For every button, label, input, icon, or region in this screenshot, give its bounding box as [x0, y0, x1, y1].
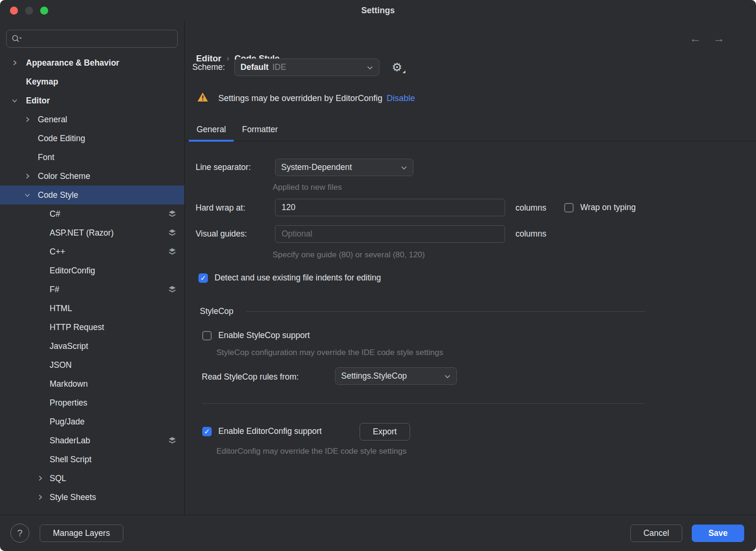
visual-guides-hint: Specify one guide (80) or several (80, 1…	[273, 250, 425, 260]
sidebar-item-label: Markdown	[50, 379, 88, 389]
sidebar-item-shell-script[interactable]: Shell Script	[0, 450, 184, 469]
main-panel: Editor › Code Style ← → Scheme: Default …	[185, 21, 756, 515]
sidebar-item-pug-jade[interactable]: Pug/Jade	[0, 412, 184, 431]
chevron-down-icon[interactable]	[24, 192, 31, 198]
cancel-button[interactable]: Cancel	[630, 525, 682, 542]
sidebar-item-label: HTTP Request	[50, 322, 104, 332]
sidebar-item-keymap[interactable]: Keymap	[0, 72, 184, 91]
tab-formatter[interactable]: Formatter	[234, 119, 286, 141]
search-field[interactable]	[6, 30, 178, 48]
chevron-down-icon	[438, 371, 451, 381]
chevron-right-icon[interactable]	[37, 494, 43, 500]
sidebar-item-shaderlab[interactable]: ShaderLab	[0, 431, 184, 450]
sidebar-item-editorconfig[interactable]: EditorConfig	[0, 261, 184, 280]
sidebar-item-markdown[interactable]: Markdown	[0, 374, 184, 393]
editorconfig-hint: EditorConfig may override the IDE code s…	[216, 447, 407, 456]
sidebar-item-label: SQL	[50, 474, 66, 483]
search-input[interactable]	[25, 34, 173, 43]
sidebar-item-label: EditorConfig	[50, 266, 95, 276]
sidebar-item-c[interactable]: C#	[0, 204, 184, 223]
dialog-footer: ? Manage Layers Cancel Save	[0, 515, 756, 551]
sidebar-item-code-editing[interactable]: Code Editing	[0, 129, 184, 148]
sidebar-item-label: Font	[38, 153, 54, 162]
forward-arrow-icon[interactable]: →	[713, 32, 725, 45]
chevron-right-icon[interactable]	[24, 116, 31, 123]
gear-icon[interactable]: ⚙	[392, 61, 402, 73]
enable-stylecop-checkbox[interactable]	[202, 331, 212, 340]
hard-wrap-input[interactable]	[275, 199, 505, 216]
sidebar-item-label: Shell Script	[50, 455, 92, 465]
sidebar-item-http-request[interactable]: HTTP Request	[0, 318, 184, 337]
sidebar-item-color-scheme[interactable]: Color Scheme	[0, 167, 184, 186]
enable-stylecop-label: Enable StyleCop support	[218, 331, 310, 340]
scheme-dropdown[interactable]: Default IDE	[234, 59, 379, 76]
stylecop-group-rule	[246, 311, 645, 312]
tab-general[interactable]: General	[189, 119, 234, 141]
sidebar-item-label: JavaScript	[50, 341, 88, 351]
sidebar-item-c[interactable]: C++	[0, 242, 184, 261]
chevron-down-icon	[395, 162, 407, 172]
stylecop-group-title: StyleCop	[200, 306, 233, 316]
sidebar-item-label: HTML	[50, 304, 72, 314]
sidebar-item-font[interactable]: Font	[0, 148, 184, 167]
scheme-label: Scheme:	[192, 62, 225, 72]
chevron-right-icon[interactable]	[37, 475, 43, 482]
sidebar-item-code-style[interactable]: Code Style	[0, 186, 184, 204]
enable-editorconfig-checkbox[interactable]: ✓	[202, 427, 212, 436]
sidebar-item-properties[interactable]: Properties	[0, 393, 184, 412]
sidebar-item-label: C#	[50, 209, 60, 219]
window-title: Settings	[0, 0, 756, 21]
line-separator-dropdown[interactable]: System-Dependent	[275, 159, 413, 176]
wrap-on-typing-checkbox[interactable]	[564, 203, 574, 212]
zoom-button[interactable]	[40, 7, 48, 15]
chevron-right-icon[interactable]	[11, 59, 18, 66]
stylecop-hint: StyleCop configuration may override the …	[216, 348, 443, 357]
minimize-button[interactable]	[25, 7, 33, 15]
chevron-down-icon[interactable]	[11, 97, 18, 104]
chevron-right-icon[interactable]	[24, 173, 31, 179]
title-bar: Settings	[0, 0, 756, 21]
sidebar-item-label: ASP.NET (Razor)	[50, 228, 114, 238]
disable-link[interactable]: Disable	[387, 93, 415, 103]
sidebar-item-asp-net-razor[interactable]: ASP.NET (Razor)	[0, 223, 184, 242]
detect-indents-label: Detect and use existing file indents for…	[215, 273, 381, 283]
sidebar-item-style-sheets[interactable]: Style Sheets	[0, 488, 184, 507]
export-button[interactable]: Export	[360, 423, 410, 441]
line-separator-hint: Applied to new files	[273, 183, 342, 192]
sidebar-item-editor[interactable]: Editor	[0, 91, 184, 110]
stylecop-rules-from-label: Read StyleCop rules from:	[202, 372, 299, 382]
visual-guides-columns-label: columns	[515, 229, 546, 239]
section-divider	[202, 403, 645, 404]
help-button[interactable]: ?	[10, 524, 29, 543]
line-separator-label: Line separator:	[196, 162, 251, 172]
layers-icon	[168, 247, 177, 258]
question-mark-icon: ?	[17, 528, 22, 539]
warning-triangle-icon	[197, 92, 208, 104]
line-separator-value: System-Dependent	[281, 162, 352, 172]
editorconfig-override-warning: Settings may be overridden by EditorConf…	[218, 93, 382, 103]
sidebar-item-label: Color Scheme	[38, 171, 90, 181]
manage-layers-button[interactable]: Manage Layers	[40, 525, 123, 542]
visual-guides-input[interactable]	[275, 225, 505, 243]
back-arrow-icon[interactable]: ←	[689, 32, 701, 45]
sidebar-item-label: Editor	[26, 96, 50, 106]
sidebar-item-label: Style Sheets	[50, 492, 96, 502]
sidebar-item-f[interactable]: F#	[0, 280, 184, 299]
layers-icon	[168, 229, 177, 239]
stylecop-rules-dropdown[interactable]: Settings.StyleCop	[335, 367, 457, 385]
sidebar-item-label: ShaderLab	[50, 436, 90, 446]
sidebar-item-general[interactable]: General	[0, 110, 184, 129]
sidebar-item-label: Code Style	[38, 190, 78, 200]
close-button[interactable]	[10, 7, 18, 15]
save-button[interactable]: Save	[692, 525, 744, 542]
code-style-tabs: General Formatter	[185, 119, 756, 141]
sidebar-item-javascript[interactable]: JavaScript	[0, 337, 184, 356]
sidebar-item-label: General	[38, 115, 67, 125]
detect-indents-checkbox[interactable]: ✓	[198, 273, 208, 283]
sidebar-item-html[interactable]: HTML	[0, 299, 184, 318]
layers-icon	[168, 285, 177, 296]
sidebar-item-sql[interactable]: SQL	[0, 469, 184, 488]
sidebar-item-json[interactable]: JSON	[0, 356, 184, 374]
wrap-on-typing-label: Wrap on typing	[580, 203, 636, 212]
sidebar-item-appearance-behavior[interactable]: Appearance & Behavior	[0, 53, 184, 72]
